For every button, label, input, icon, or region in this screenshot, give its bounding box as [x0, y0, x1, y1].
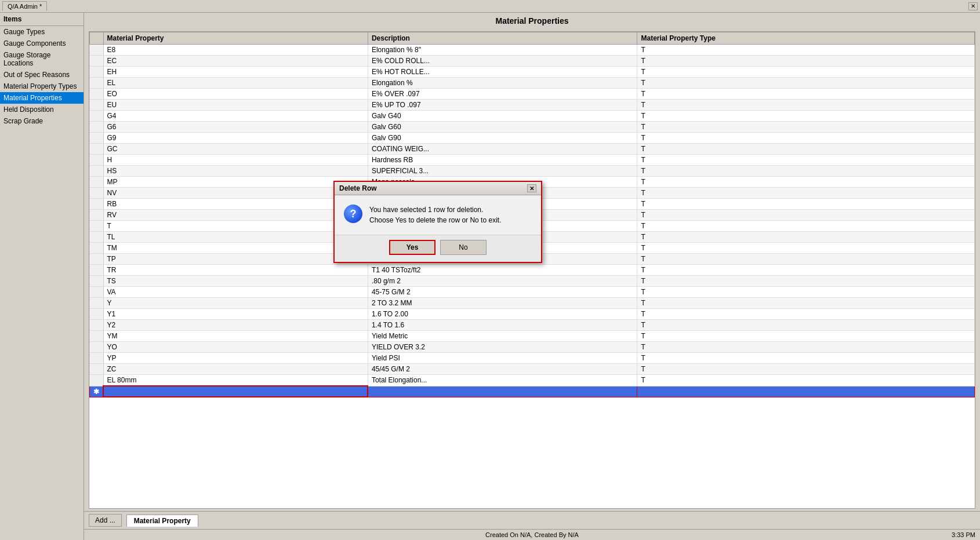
content-area: Material Properties Material Property De… [84, 13, 980, 540]
app-title-tab[interactable]: Q/A Admin * [2, 1, 47, 11]
title-bar: Q/A Admin * ✕ [0, 0, 980, 13]
main-layout: Items Gauge TypesGauge ComponentsGauge S… [0, 13, 980, 540]
sidebar-item-material-property-types[interactable]: Material Property Types [0, 81, 84, 92]
dialog-footer: Yes No [335, 235, 541, 262]
sidebar-item-gauge-components[interactable]: Gauge Components [0, 38, 84, 49]
sidebar-item-out-of-spec[interactable]: Out of Spec Reasons [0, 69, 84, 81]
dialog-message: You have selected 1 row for deletion. Ch… [369, 205, 501, 225]
sidebar-header: Items [0, 13, 84, 26]
dialog-title: Delete Row [339, 184, 377, 192]
dialog-question-icon: ? [344, 205, 362, 223]
sidebar-item-gauge-types[interactable]: Gauge Types [0, 26, 84, 38]
dialog-close-button[interactable]: ✕ [527, 184, 536, 192]
dialog-no-button[interactable]: No [440, 240, 487, 255]
sidebar-item-held-disposition[interactable]: Held Disposition [0, 104, 84, 115]
sidebar-nav: Gauge TypesGauge ComponentsGauge Storage… [0, 26, 84, 540]
delete-row-dialog: Delete Row ✕ ? You have selected 1 row f… [333, 181, 542, 263]
sidebar-item-gauge-storage[interactable]: Gauge Storage Locations [0, 49, 84, 69]
dialog-message-line2: Choose Yes to delete the row or No to ex… [369, 215, 501, 225]
dialog-yes-button[interactable]: Yes [389, 240, 435, 255]
app-close-button[interactable]: ✕ [968, 2, 978, 10]
dialog-body: ? You have selected 1 row for deletion. … [335, 195, 541, 235]
sidebar: Items Gauge TypesGauge ComponentsGauge S… [0, 13, 84, 540]
dialog-message-line1: You have selected 1 row for deletion. [369, 205, 501, 215]
dialog-overlay: Delete Row ✕ ? You have selected 1 row f… [84, 13, 980, 540]
sidebar-item-material-properties[interactable]: Material Properties [0, 92, 84, 104]
sidebar-item-scrap-grade[interactable]: Scrap Grade [0, 115, 84, 127]
dialog-title-bar: Delete Row ✕ [335, 182, 541, 195]
